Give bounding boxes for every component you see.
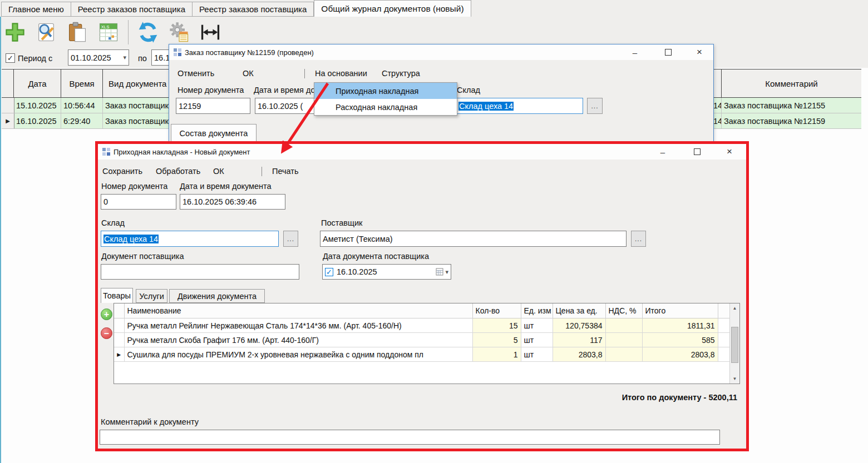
refresh-button[interactable] (135, 19, 161, 45)
vertical-scrollbar[interactable]: ▲ ▼ (729, 303, 739, 384)
cell-vat[interactable] (605, 333, 642, 347)
column-width-button[interactable] (198, 19, 223, 45)
scroll-down-button[interactable]: ▼ (730, 374, 739, 384)
tab-main-menu[interactable]: Главное меню (1, 2, 71, 17)
menu-ok[interactable]: ОК (213, 167, 224, 176)
maximize-button[interactable] (660, 44, 677, 60)
add-row-button[interactable]: + (101, 308, 112, 320)
row-selector[interactable] (2, 98, 14, 113)
cell-total[interactable]: 2803,8 (642, 347, 718, 362)
cell-qty[interactable]: 15 (472, 318, 521, 333)
tab-supplier-orders-2[interactable]: Реестр заказов поставщика (193, 2, 314, 17)
warehouse-picker-button[interactable]: ... (587, 98, 603, 114)
menu-structure[interactable]: Структура (382, 69, 420, 78)
date-from-select[interactable]: 01.10.2025 ▾ (68, 49, 129, 66)
cell-warehouse-partial[interactable]: 14 (713, 113, 721, 128)
doc-datetime-input[interactable]: 16.10.2025 06:39:46 (180, 194, 285, 210)
supplier-input[interactable]: Аметист (Тексима) (320, 231, 627, 247)
cell-name[interactable]: Ручка металл Скоба Графит 176 мм. (Арт. … (124, 333, 472, 347)
journal-col-time[interactable]: Время (61, 69, 103, 97)
cell-qty[interactable]: 5 (472, 333, 521, 347)
cell-price[interactable]: 120,75384 (553, 318, 605, 333)
close-button[interactable]: × (691, 44, 708, 60)
cell-name[interactable]: Ручка металл Рейлинг Нержавеющая Сталь 1… (124, 318, 472, 333)
menu-process[interactable]: Обработать (156, 167, 200, 176)
journal-col-comment[interactable]: Комментарий (721, 69, 861, 97)
cell-name[interactable]: Сушилка для посуды ПРЕМИУМ 2-х уровневая… (124, 347, 472, 362)
row-selector[interactable] (114, 333, 124, 347)
maximize-button[interactable] (689, 144, 706, 160)
tab-documents-journal[interactable]: Общий журнал документов (новый) (314, 0, 471, 17)
cell-date[interactable]: 15.10.2025 (14, 98, 61, 113)
item-row-current[interactable]: ▶ Сушилка для посуды ПРЕМИУМ 2-х уровнев… (114, 347, 730, 362)
minimize-button[interactable]: – (654, 144, 671, 160)
supplier-doc-input[interactable] (101, 264, 299, 280)
scrollbar-thumb[interactable] (731, 327, 738, 363)
col-vat[interactable]: НДС, % (605, 303, 642, 318)
cell-vat[interactable] (605, 347, 642, 362)
dialog-icon (174, 48, 181, 56)
cell-price[interactable]: 2803,8 (553, 347, 605, 362)
menu-save[interactable]: Сохранить (102, 167, 142, 176)
item-row[interactable]: Ручка металл Скоба Графит 176 мм. (Арт. … (114, 333, 730, 347)
doc-number-input[interactable]: 12159 (176, 98, 250, 114)
menu-based-on[interactable]: На основании (315, 69, 367, 78)
warehouse-picker-button[interactable]: ... (283, 231, 298, 247)
menu-print[interactable]: Печать (272, 167, 299, 176)
annotation-highlight-border: Приходная накладная - Новый документ – ×… (95, 141, 749, 451)
col-total[interactable]: Итого (642, 303, 718, 318)
menu-cancel[interactable]: Отменить (177, 69, 214, 78)
dropdown-item-outgoing-invoice[interactable]: Расходная накладная (314, 99, 457, 115)
tab-doc-contents[interactable]: Состав документа (171, 124, 257, 142)
cell-unit[interactable]: шт (521, 347, 553, 362)
cell-warehouse-partial[interactable]: 14 (713, 98, 721, 113)
cell-time[interactable]: 10:56:44 (61, 98, 103, 113)
edit-button[interactable] (33, 19, 59, 45)
tab-goods[interactable]: Товары (101, 288, 133, 303)
supplier-date-picker[interactable]: ✓ 16.10.2025 ▾ (322, 264, 451, 280)
paste-button[interactable] (65, 19, 90, 45)
tab-doc-movements[interactable]: Движения документа (169, 289, 265, 303)
row-selector[interactable] (114, 318, 124, 333)
doc-number-input[interactable]: 0 (101, 194, 176, 210)
cell-price[interactable]: 117 (553, 333, 605, 347)
tab-supplier-orders-1[interactable]: Реестр заказов поставщика (71, 2, 193, 17)
col-unit[interactable]: Ед. изм (521, 303, 553, 318)
col-qty[interactable]: Кол-во (472, 303, 521, 318)
cell-unit[interactable]: шт (521, 333, 553, 347)
close-button[interactable]: × (721, 144, 738, 160)
warehouse-input[interactable]: Склад цеха 14 (456, 98, 583, 114)
export-excel-button[interactable]: XLS (96, 19, 121, 45)
supplier-picker-button[interactable]: ... (631, 231, 646, 247)
col-price[interactable]: Цена за ед. (553, 303, 605, 318)
close-icon: × (697, 47, 702, 58)
row-selector[interactable]: ▶ (2, 113, 14, 128)
add-button[interactable] (2, 19, 28, 45)
cell-time[interactable]: 6:29:40 (61, 113, 103, 128)
comment-input[interactable] (100, 430, 720, 445)
settings-button[interactable] (166, 19, 192, 45)
row-selector[interactable]: ▶ (114, 347, 124, 362)
cell-comment[interactable]: Заказ поставщика №12159 (721, 113, 861, 128)
cell-vat[interactable] (605, 318, 642, 333)
col-label: Комментарий (765, 79, 817, 88)
chevron-down-icon[interactable]: ▾ (445, 268, 448, 276)
remove-row-button[interactable]: – (101, 327, 112, 339)
cell-qty[interactable]: 1 (472, 347, 521, 362)
item-row[interactable]: Ручка металл Рейлинг Нержавеющая Сталь 1… (114, 318, 730, 333)
period-checkbox[interactable]: ✓ (6, 53, 15, 63)
cell-date[interactable]: 16.10.2025 (14, 113, 61, 128)
warehouse-input[interactable]: Склад цеха 14 (101, 231, 279, 247)
cell-comment[interactable]: Заказ поставщика №12155 (721, 98, 861, 113)
minimize-button[interactable]: – (627, 44, 643, 60)
cell-total[interactable]: 1811,31 (642, 318, 718, 333)
tab-services[interactable]: Услуги (136, 289, 167, 303)
menu-ok[interactable]: ОК (243, 69, 254, 78)
cell-unit[interactable]: шт (521, 318, 553, 333)
cell-total[interactable]: 585 (642, 333, 718, 347)
scroll-up-button[interactable]: ▲ (730, 303, 739, 313)
supplier-date-checkbox[interactable]: ✓ (325, 268, 333, 276)
dropdown-item-incoming-invoice[interactable]: Приходная накладная (314, 83, 457, 99)
journal-col-date[interactable]: Дата (14, 69, 61, 97)
col-name[interactable]: Наименование (124, 303, 472, 318)
